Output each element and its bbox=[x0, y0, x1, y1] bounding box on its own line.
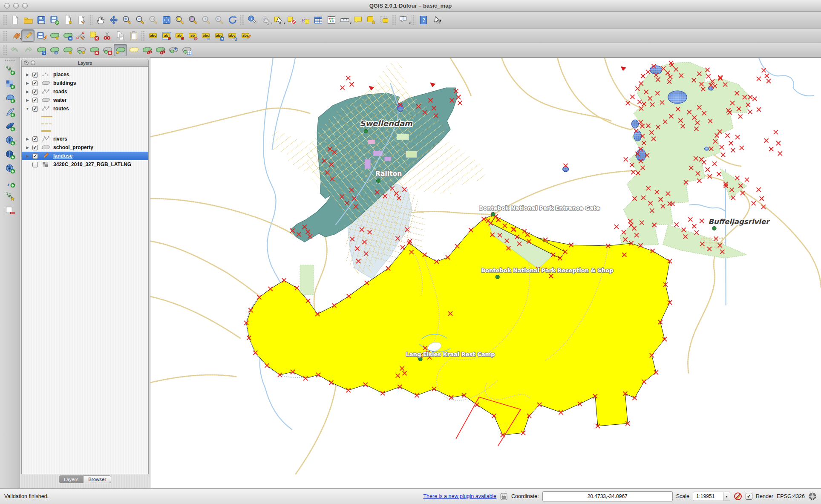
render-checkbox[interactable]: ✓ bbox=[746, 493, 752, 500]
show-bookmarks-button[interactable] bbox=[377, 14, 391, 26]
map-tips-button[interactable] bbox=[351, 14, 364, 26]
copy-features-button[interactable] bbox=[114, 29, 127, 42]
layer-item-school_property[interactable]: ▶✓school_property bbox=[22, 143, 148, 152]
add-postgis-layer-button[interactable] bbox=[3, 92, 17, 104]
add-wms-layer-button[interactable]: M bbox=[3, 134, 17, 147]
expand-arrow-icon[interactable]: ▶ bbox=[26, 90, 29, 94]
add-delimited-text-layer-button[interactable]: , bbox=[3, 176, 17, 189]
add-raster-layer-button[interactable] bbox=[3, 78, 17, 90]
layer-checkbox[interactable]: ✓ bbox=[32, 106, 38, 112]
add-feature-button[interactable] bbox=[48, 29, 61, 42]
rotate-label-button[interactable]: abc bbox=[226, 29, 239, 42]
add-mssql-layer-button[interactable] bbox=[3, 120, 17, 132]
highlight-pinned-labels-button[interactable]: ab bbox=[186, 29, 199, 42]
add-wcs-layer-button[interactable] bbox=[3, 148, 17, 161]
simplify-feature-button[interactable] bbox=[48, 44, 61, 56]
panel-close-button[interactable]: ✕ bbox=[24, 60, 29, 65]
node-tool-button[interactable] bbox=[74, 29, 87, 42]
save-layer-edits-button[interactable] bbox=[35, 29, 48, 42]
minimize-window-button[interactable] bbox=[13, 3, 19, 9]
new-project-button[interactable] bbox=[8, 14, 21, 26]
expand-arrow-icon[interactable]: ▶ bbox=[26, 73, 29, 77]
split-parts-button[interactable] bbox=[153, 44, 167, 56]
text-annotation-button[interactable]: T▾ bbox=[397, 14, 410, 26]
layer-item-places[interactable]: ▶✓places bbox=[22, 70, 148, 79]
add-wfs-layer-button[interactable] bbox=[3, 162, 17, 175]
layer-item-roads[interactable]: ▶✓roads bbox=[22, 87, 148, 96]
move-label-button[interactable]: abc bbox=[213, 29, 226, 42]
offset-curve-button[interactable] bbox=[127, 44, 140, 56]
zoom-to-layer-button[interactable] bbox=[186, 14, 199, 26]
scale-combo[interactable]: 1:19951 ▼ bbox=[693, 492, 730, 501]
select-by-expression-button[interactable]: ε bbox=[298, 14, 311, 26]
deselect-features-button[interactable] bbox=[285, 14, 298, 26]
pan-map-button[interactable] bbox=[94, 14, 107, 26]
add-vector-layer-button[interactable] bbox=[3, 64, 17, 76]
toggle-editing-button[interactable] bbox=[21, 29, 35, 42]
merge-attributes-button[interactable] bbox=[180, 44, 193, 56]
open-project-button[interactable] bbox=[21, 14, 35, 26]
layer-item-landuse[interactable]: ▶✓landuse bbox=[22, 152, 148, 160]
refresh-map-button[interactable] bbox=[226, 14, 239, 26]
expand-arrow-icon[interactable]: ▼ bbox=[26, 107, 29, 111]
change-label-button[interactable]: abc bbox=[239, 29, 252, 42]
zoom-to-selection-button[interactable] bbox=[173, 14, 186, 26]
layer-checkbox[interactable]: ✓ bbox=[32, 72, 38, 78]
whats-this-button[interactable]: ? bbox=[430, 14, 443, 26]
plugin-link[interactable]: There is a new plugin available bbox=[423, 493, 496, 499]
open-attribute-table-button[interactable] bbox=[311, 14, 325, 26]
identify-features-button[interactable]: i bbox=[245, 14, 259, 26]
delete-part-button[interactable] bbox=[101, 44, 114, 56]
add-spatialite-layer-button[interactable] bbox=[3, 106, 17, 118]
labeling-button[interactable]: ab bbox=[160, 29, 173, 42]
expand-arrow-icon[interactable]: ▶ bbox=[26, 154, 29, 158]
save-project-as-button[interactable] bbox=[48, 14, 61, 26]
zoom-window-button[interactable] bbox=[22, 3, 28, 9]
zoom-out-button[interactable] bbox=[133, 14, 147, 26]
expand-arrow-icon[interactable]: ▶ bbox=[26, 98, 29, 102]
crs-projection-icon[interactable] bbox=[808, 492, 817, 501]
stop-render-icon[interactable] bbox=[734, 492, 742, 501]
layer-checkbox[interactable]: ✓ bbox=[32, 98, 38, 103]
panel-float-button[interactable] bbox=[31, 60, 35, 65]
layer-checkbox[interactable]: ✓ bbox=[32, 81, 38, 86]
layer-item-routes[interactable]: ▼✓routes bbox=[22, 104, 148, 113]
add-part-button[interactable] bbox=[74, 44, 87, 56]
field-calculator-button[interactable] bbox=[325, 14, 338, 26]
new-print-composer-button[interactable] bbox=[74, 14, 87, 26]
plugin-icon[interactable] bbox=[500, 492, 508, 501]
paste-features-button[interactable] bbox=[127, 29, 140, 42]
delete-ring-button[interactable] bbox=[87, 44, 101, 56]
move-feature-button[interactable] bbox=[61, 29, 74, 42]
dock-tab-layers[interactable]: Layers bbox=[59, 475, 84, 483]
layer-item-water[interactable]: ▶✓water bbox=[22, 96, 148, 104]
scale-dropdown-arrow[interactable]: ▼ bbox=[723, 492, 730, 501]
pan-to-selection-button[interactable] bbox=[107, 14, 120, 26]
save-project-button[interactable] bbox=[35, 14, 48, 26]
layer-checkbox[interactable]: ✓ bbox=[32, 136, 38, 142]
close-window-button[interactable] bbox=[4, 3, 10, 9]
labeling-options-button[interactable]: abc bbox=[147, 29, 160, 42]
layer-checkbox[interactable]: ✓ bbox=[32, 145, 38, 150]
rotate-feature-button[interactable] bbox=[35, 44, 48, 56]
dock-tab-browser[interactable]: Browser bbox=[84, 475, 111, 483]
text-annotation-dropdown-arrow[interactable]: ▾ bbox=[409, 22, 411, 25]
merge-features-button[interactable] bbox=[167, 44, 180, 56]
delete-selected-button[interactable] bbox=[87, 29, 101, 42]
reshape-features-button[interactable] bbox=[114, 44, 127, 56]
layer-checkbox[interactable]: ✓ bbox=[32, 89, 38, 95]
zoom-full-button[interactable] bbox=[160, 14, 173, 26]
new-shapefile-layer-button[interactable] bbox=[3, 190, 17, 203]
measure-button[interactable]: ▾ bbox=[338, 14, 351, 26]
remove-layer-button[interactable] bbox=[3, 204, 17, 217]
expand-arrow-icon[interactable]: ▶ bbox=[26, 81, 29, 85]
expand-arrow-icon[interactable]: ▶ bbox=[26, 146, 29, 150]
layer-checkbox[interactable]: ✓ bbox=[32, 153, 38, 159]
select-features-button[interactable]: ▾ bbox=[272, 14, 285, 26]
show-hide-labels-button[interactable]: abc bbox=[199, 29, 213, 42]
layer-item-3420C_2010_327_RGB_LATLNG[interactable]: ✓3420C_2010_327_RGB_LATLNG bbox=[22, 160, 148, 169]
split-features-button[interactable] bbox=[140, 44, 153, 56]
pin-unpin-labels-button[interactable]: ab bbox=[173, 29, 186, 42]
expand-arrow-icon[interactable]: ▶ bbox=[26, 137, 29, 141]
layer-item-buildings[interactable]: ▶✓buildings bbox=[22, 79, 148, 87]
